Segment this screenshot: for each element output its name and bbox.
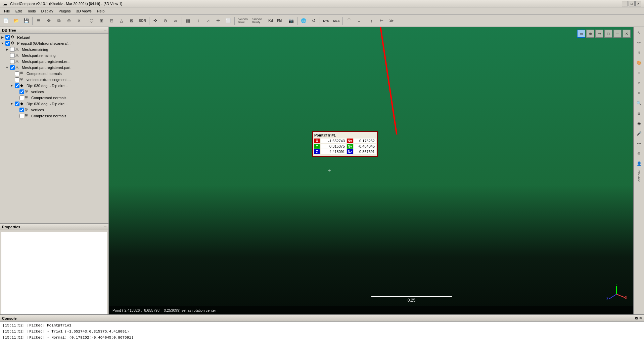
check-mesh-part-registered[interactable]	[10, 59, 15, 64]
sensor-button[interactable]: ✛	[214, 16, 223, 26]
sor-button[interactable]: SOR	[137, 16, 148, 26]
right-filter-btn[interactable]: ⧈	[635, 109, 643, 118]
properties-minimize[interactable]: ─	[104, 225, 106, 229]
right-circle-btn[interactable]: ○	[635, 79, 643, 87]
right-cursor-btn[interactable]: ↖	[635, 28, 643, 37]
right-wave-btn[interactable]: 〜	[635, 139, 643, 148]
3d-view[interactable]: + Point@Tri#1 X -1.652743 Nx 0.178252 Y …	[109, 27, 633, 314]
check-ve[interactable]	[15, 77, 19, 82]
menu-file[interactable]: File	[1, 8, 13, 14]
canvas-3d[interactable]: + Point@Tri#1 X -1.652743 Nx 0.178252 Y …	[109, 27, 633, 314]
tree-item-compressed-normals-2[interactable]: ▶ ⊞ Compressed normals	[14, 95, 108, 101]
clone-button[interactable]: ⧉	[54, 16, 63, 26]
tree-item-vertices-2[interactable]: ▶ ◎ vertices	[14, 107, 108, 113]
profile-button[interactable]: ⊿	[203, 16, 213, 26]
tree-item-mesh-part-part-registered[interactable]: ▼ △ Mesh.part.part.registered.part	[5, 65, 108, 71]
share-view-button[interactable]: ⇒	[595, 30, 603, 38]
right-stack-btn[interactable]: ⊕	[635, 149, 643, 158]
curve2-button[interactable]: ⌣	[354, 16, 364, 26]
view-restore-button[interactable]: ─	[613, 30, 622, 38]
tree-item-ref[interactable]: ▶ ⚙ Ref.part	[0, 34, 108, 40]
check-prepp[interactable]	[5, 41, 10, 46]
right-person-btn[interactable]: 👤	[635, 159, 643, 168]
plane-button[interactable]: ▱	[171, 16, 180, 26]
right-sphere-btn[interactable]: ◉	[635, 119, 643, 128]
nc-button[interactable]: N+C	[321, 16, 331, 26]
tree-item-dip-2[interactable]: ▼ ◆ Dip: 030 deg. - Dip dire...	[9, 101, 108, 107]
check-mesh-part-part-registered[interactable]	[10, 65, 15, 70]
right-pencil-btn[interactable]: ✏	[635, 38, 643, 47]
expand-prepp[interactable]: ▼	[0, 42, 5, 45]
curve1-button[interactable]: ⌒	[344, 16, 354, 26]
align-button[interactable]: ⊖	[161, 16, 170, 26]
expand-mesh-part-part-registered[interactable]: ▼	[5, 66, 9, 69]
kd-button[interactable]: Kd	[267, 16, 274, 26]
sample-button[interactable]: ⬡	[87, 16, 96, 26]
crop-button[interactable]: ⬜	[224, 16, 233, 26]
tree-item-compressed-normals-3[interactable]: ▶ ⊞ Compressed normals	[14, 113, 108, 119]
right-color-btn[interactable]: 🎨	[635, 59, 643, 67]
right-info-btn[interactable]: ℹ	[635, 48, 643, 57]
ruler-button[interactable]: ⊢	[377, 16, 386, 26]
db-tree-minimize[interactable]: ─	[104, 28, 106, 32]
check-dip1[interactable]	[15, 83, 19, 88]
right-search-btn[interactable]: 🔍	[635, 99, 643, 108]
new-button[interactable]: 📄	[1, 16, 11, 26]
menu-display[interactable]: Display	[38, 8, 56, 14]
check-cn1[interactable]	[15, 71, 19, 76]
camera-button[interactable]: 📷	[286, 16, 296, 26]
tree-item-mesh-part-remaining[interactable]: ▶ △ Mesh.part.remaining	[5, 52, 108, 59]
save-button[interactable]: 💾	[21, 16, 31, 26]
expand-ref[interactable]: ▶	[0, 36, 5, 39]
scatter-button[interactable]: ⌇	[193, 16, 203, 26]
tree-item-vertices-1[interactable]: ▶ ◎ vertices	[14, 89, 108, 95]
check-dip2[interactable]	[15, 102, 19, 106]
transform-button[interactable]: ✥	[44, 16, 53, 26]
menu-edit[interactable]: Edit	[13, 8, 25, 14]
right-star-btn[interactable]: ✦	[635, 89, 643, 98]
properties-button[interactable]: ☰	[34, 16, 43, 26]
view-maximize-button[interactable]: □	[604, 30, 612, 38]
expand-dip1[interactable]: ▼	[9, 84, 14, 87]
fuse-button[interactable]: ⊕	[64, 16, 74, 26]
menu-tools[interactable]: Tools	[25, 8, 39, 14]
check-v1[interactable]	[19, 89, 24, 94]
tree-item-prepp[interactable]: ▼ ⚙ Prepp.stl (G:/Intraoral scaners/...	[0, 40, 108, 46]
delete-button[interactable]: ✕	[74, 16, 84, 26]
maximize-button[interactable]: □	[629, 1, 635, 6]
point-pick-button[interactable]: ⊕	[586, 30, 594, 38]
mls-button[interactable]: MLS	[331, 16, 341, 26]
rect-select-button[interactable]: ▭	[577, 30, 585, 38]
console-close-btn[interactable]: ✕	[639, 316, 642, 320]
pts-button[interactable]: ⊠	[127, 16, 136, 26]
tree-item-mesh-remaining[interactable]: ▶ △ Mesh.remaining	[5, 46, 108, 52]
open-button[interactable]: 📂	[11, 16, 21, 26]
right-layers-btn[interactable]: ≡	[635, 69, 643, 77]
menu-help[interactable]: Help	[94, 8, 107, 14]
view-close-button[interactable]: ✕	[623, 30, 631, 38]
check-mesh-remaining[interactable]	[10, 47, 15, 52]
mesh-button[interactable]: △	[117, 16, 126, 26]
check-mesh-part-remaining[interactable]	[10, 53, 15, 58]
more-button[interactable]: ≫	[387, 16, 396, 26]
canopo-classify-button[interactable]: CANOPOClassify	[250, 16, 264, 26]
grid-button[interactable]: ⊟	[107, 16, 116, 26]
check-v2[interactable]	[19, 108, 24, 112]
check-ref[interactable]	[5, 35, 10, 40]
tree-item-mesh-part-registered[interactable]: ▶ △ Mesh.part.part.registered.re...	[5, 59, 108, 65]
crosshair-button[interactable]: ✜	[151, 16, 160, 26]
check-cn3[interactable]	[19, 114, 24, 118]
expand-mesh-remaining[interactable]: ▶	[5, 48, 9, 51]
close-button[interactable]: ✕	[635, 1, 641, 6]
minimize-button[interactable]: ─	[622, 1, 628, 6]
tree-item-vertices-extract[interactable]: ▶ ◎ vertices.extract.segment....	[9, 77, 108, 83]
arrow-button[interactable]: ↕	[367, 16, 376, 26]
expand-dip2[interactable]: ▼	[9, 102, 14, 106]
fm-button[interactable]: FM	[275, 16, 283, 26]
menu-3dviews[interactable]: 3D Views	[74, 8, 94, 14]
canopo-create-button[interactable]: CANOPOCreate	[236, 16, 249, 26]
console-restore-btn[interactable]: ⧉	[635, 316, 638, 320]
rotate-button[interactable]: ↺	[309, 16, 318, 26]
check-cn2[interactable]	[19, 95, 24, 100]
tree-item-dip-1[interactable]: ▼ ◆ Dip: 030 deg. - Dip dire...	[9, 83, 108, 89]
